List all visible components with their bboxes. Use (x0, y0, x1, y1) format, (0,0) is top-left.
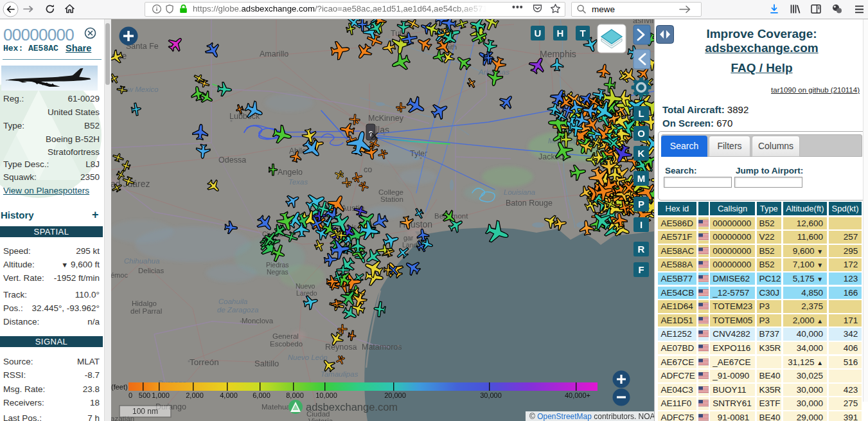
svg-text:Reynosa: Reynosa (325, 343, 357, 352)
svg-text:Houston: Houston (399, 219, 432, 229)
svg-text:K: K (638, 148, 645, 159)
svg-text:500: 500 (139, 391, 150, 399)
svg-text:del Parral: del Parral (130, 307, 162, 315)
svg-text:Angelo: Angelo (278, 168, 303, 177)
svg-text:T: T (580, 28, 585, 39)
svg-text:Land: Land (402, 241, 418, 249)
svg-text:adsbexchange.com: adsbexchange.com (306, 401, 398, 413)
svg-text:2,000: 2,000 (186, 391, 204, 399)
svg-text:1,000: 1,000 (152, 391, 170, 399)
svg-text:Torreón: Torreón (190, 357, 219, 367)
svg-text:co: co (364, 165, 372, 174)
svg-text:0: 0 (128, 391, 132, 399)
svg-text:U: U (535, 28, 542, 39)
svg-text:F: F (638, 264, 644, 275)
svg-text:Memphis: Memphis (540, 49, 576, 59)
svg-text:ashvill: ashvill (633, 19, 654, 25)
svg-text:Negras: Negras (267, 268, 288, 276)
svg-text:R: R (638, 244, 645, 255)
svg-text:10,000: 10,000 (315, 391, 337, 399)
svg-text:P: P (638, 199, 644, 210)
svg-text:M: M (637, 173, 646, 184)
svg-text:Louisiana: Louisiana (504, 188, 535, 196)
svg-text:Tamaulipas: Tamaulipas (321, 370, 359, 378)
svg-text:Amarillo: Amarillo (260, 49, 288, 58)
svg-text:L: L (638, 108, 644, 119)
svg-text:Baton Rouge: Baton Rouge (506, 199, 553, 208)
svg-text:H: H (557, 28, 564, 39)
svg-text:30,000: 30,000 (480, 391, 502, 399)
svg-text:Escobedo: Escobedo (270, 340, 303, 348)
svg-text:Odessa: Odessa (218, 156, 246, 165)
svg-text:© OpenStreetMap contributors.: © OpenStreetMap contributors. NOAA (529, 412, 654, 421)
svg-text:Matamoros: Matamoros (362, 343, 402, 352)
svg-text:McKinney: McKinney (368, 114, 404, 123)
svg-text:Victoria: Victoria (308, 417, 333, 421)
svg-text:Delicias: Delicias (138, 267, 164, 274)
svg-text:40,000+: 40,000+ (565, 391, 590, 399)
svg-text:6,000: 6,000 (252, 391, 270, 399)
svg-text:4,000: 4,000 (220, 391, 238, 399)
svg-text:20,000: 20,000 (384, 391, 406, 399)
svg-text:Coahuila: Coahuila (218, 298, 247, 305)
svg-text:Chihuahua: Chihuahua (124, 257, 160, 265)
svg-text:Hidalgo: Hidalgo (132, 300, 157, 307)
svg-text:émoc: émoc (111, 271, 128, 279)
svg-text:(feet): (feet) (111, 383, 128, 391)
svg-text:General: General (272, 332, 299, 340)
svg-text:Monclova: Monclova (242, 317, 274, 325)
svg-text:I: I (640, 219, 642, 230)
svg-text:Texas: Texas (288, 178, 308, 186)
svg-text:100 nm: 100 nm (132, 407, 158, 416)
svg-text:Saltillo: Saltillo (254, 359, 279, 368)
svg-text:8,000: 8,000 (286, 391, 304, 399)
svg-text:de Zaragoza: de Zaragoza (217, 306, 259, 314)
svg-text:O: O (637, 128, 645, 139)
svg-text:Nuevo León: Nuevo León (288, 354, 328, 361)
svg-text:Station: Station (380, 195, 403, 203)
